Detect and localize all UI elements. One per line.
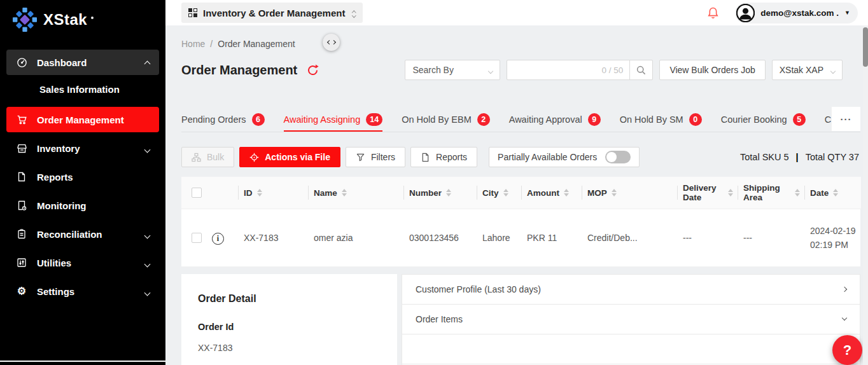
app-switcher-select[interactable]: Inventory & Order Management [181, 3, 363, 23]
tab-pending-orders[interactable]: Pending Orders 6 [181, 107, 265, 132]
tab-awaiting-approval[interactable]: Awaiting Approval 9 [509, 107, 601, 132]
xap-select[interactable]: XStak XAP [772, 60, 843, 80]
sort-icon[interactable] [446, 189, 451, 196]
search-by-label: Search By [412, 65, 454, 75]
sort-icon[interactable] [728, 189, 733, 196]
tab-on-hold-by-sm[interactable]: On Hold By SM 0 [620, 107, 702, 132]
tab-courier-booking[interactable]: Courier Booking 5 [721, 107, 806, 132]
total-qty: Total QTY 37 [806, 152, 859, 162]
document-icon [16, 171, 27, 182]
accordion-order-items[interactable]: Order Items [402, 305, 860, 334]
char-counter: 0 / 50 [602, 65, 624, 75]
reports-button[interactable]: Reports [410, 147, 477, 167]
header-controls: Search By 0 / 50 [405, 60, 843, 80]
sidebar-item-order-management[interactable]: Order Management [6, 107, 159, 132]
tab-count-badge: 5 [793, 113, 806, 126]
detail-section: Order Detail Order Id XX-7183 Customer P… [181, 274, 860, 365]
app-switcher-label: Inventory & Order Management [203, 8, 345, 18]
chevron-down-icon [831, 65, 835, 75]
app-window: XStak Dashboard Sales Information [0, 0, 868, 365]
cell-mop: Credit/Deb... [582, 209, 678, 267]
tab-count-badge: 6 [252, 113, 265, 126]
vertical-scrollbar[interactable] [863, 25, 868, 365]
sidebar-item-inventory[interactable]: Inventory [6, 135, 159, 161]
search-by-select[interactable]: Search By [405, 60, 500, 80]
row-checkbox[interactable] [192, 233, 202, 243]
breadcrumb: Home / Order Management [181, 39, 860, 49]
sidebar-item-reconciliation[interactable]: Reconciliation [6, 221, 159, 247]
actions-via-file-label: Actions via File [265, 152, 330, 162]
notification-bell-icon[interactable] [706, 6, 720, 20]
search-button[interactable] [629, 60, 653, 80]
tab-label: On Hold By SM [620, 114, 683, 125]
partially-available-orders-toggle[interactable] [605, 151, 631, 163]
sidebar-item-dashboard[interactable]: Dashboard [6, 50, 159, 75]
total-sku: Total SKU 5 [740, 152, 789, 162]
chevron-down-icon [145, 286, 150, 297]
bulk-button[interactable]: Bulk [181, 147, 234, 167]
partially-available-orders-control: Partially Available Orders [489, 147, 640, 167]
filters-button[interactable]: Filters [346, 147, 405, 167]
info-icon[interactable]: i [212, 233, 224, 245]
sort-icon[interactable] [612, 189, 617, 196]
dashboard-icon [16, 57, 27, 68]
tab-count-badge: 0 [689, 113, 702, 126]
funnel-icon [356, 153, 365, 162]
sort-icon[interactable] [833, 189, 838, 196]
tab-awaiting-assigning[interactable]: Awaiting Assigning 14 [284, 107, 383, 132]
sidebar-item-reports[interactable]: Reports [6, 164, 159, 189]
chevron-down-icon [145, 143, 150, 154]
column-header-amount: Amount [527, 188, 559, 198]
sidebar-item-monitoring[interactable]: Monitoring [6, 193, 159, 218]
column-header-number: Number [409, 188, 442, 198]
sidebar-item-sales-information[interactable]: Sales Information [6, 78, 159, 100]
column-header-name: Name [314, 188, 337, 198]
sort-icon[interactable] [257, 189, 262, 196]
sidebar-item-settings[interactable]: ⚙ Settings [6, 279, 159, 304]
table-header-row: ID Name Number City Amount MOP Delivery … [181, 177, 861, 209]
chevron-right-icon [842, 287, 847, 292]
refresh-icon[interactable] [307, 64, 319, 76]
accordion-next-section[interactable] [402, 334, 860, 364]
breadcrumb-home[interactable]: Home [181, 39, 205, 49]
order-id-value: XX-7183 [198, 343, 381, 353]
search-input-group: 0 / 50 [507, 60, 653, 80]
info-glyph: i [217, 231, 219, 245]
sort-icon[interactable] [795, 189, 800, 196]
sort-icon[interactable] [564, 189, 569, 196]
sidebar: XStak Dashboard Sales Information [0, 0, 165, 365]
sidebar-item-label: Monitoring [37, 200, 86, 211]
tab-label: On Hold By EBM [402, 114, 472, 125]
table-toolbar: Bulk Actions via File [181, 147, 860, 167]
cell-delivery-date: --- [678, 209, 738, 267]
select-all-checkbox[interactable] [192, 188, 202, 198]
sidebar-item-utilities[interactable]: Utilities [6, 250, 159, 275]
actions-via-file-button[interactable]: Actions via File [239, 147, 340, 167]
logo[interactable]: XStak [0, 0, 165, 32]
bulk-label: Bulk [207, 152, 224, 162]
search-input[interactable] [514, 64, 601, 76]
scrollbar-thumb[interactable] [863, 27, 868, 67]
sort-icon[interactable] [342, 189, 347, 196]
cell-name: omer azia [309, 209, 404, 267]
caret-down-icon: ▼ [844, 10, 850, 16]
tab-on-hold-by-ebm[interactable]: On Hold By EBM 2 [402, 107, 490, 132]
tabs-overflow-button[interactable]: ··· [831, 107, 860, 131]
collapse-left-icon [326, 40, 331, 45]
status-tabs: Pending Orders 6 Awaiting Assigning 14 O… [181, 107, 860, 132]
info-column-header [207, 177, 239, 209]
order-detail-title: Order Detail [198, 293, 381, 305]
sitemap-icon [192, 153, 201, 162]
sidebar-collapse-button[interactable] [323, 34, 340, 51]
table-row[interactable]: i XX-7183 omer azia 0300123456 Lahore PK… [181, 209, 861, 267]
view-bulk-orders-button[interactable]: View Bulk Orders Job [659, 60, 765, 80]
accordion-customer-profile[interactable]: Customer Profile (Last 30 days) [402, 275, 860, 305]
sidebar-subitem-label: Sales Information [39, 84, 120, 95]
column-header-shipping-area: Shipping Area [743, 183, 790, 202]
breadcrumb-current: Order Management [218, 39, 295, 49]
gear-icon: ⚙ [16, 286, 27, 297]
user-menu[interactable]: demo@xstak.com . ▼ [735, 3, 858, 24]
help-fab-button[interactable]: ? [832, 335, 862, 365]
sort-icon[interactable] [503, 189, 508, 196]
content: Home / Order Management Order Management [165, 39, 868, 365]
